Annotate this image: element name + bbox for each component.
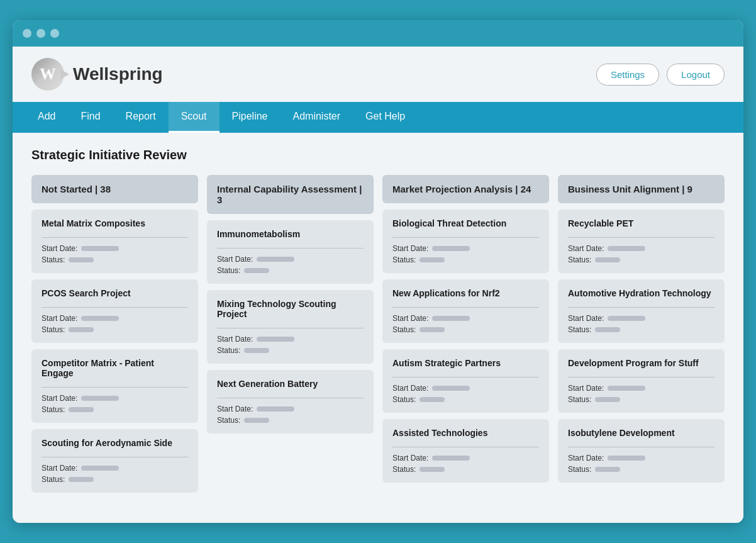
status-value [420, 327, 445, 332]
kanban-card[interactable]: PCOS Search Project Start Date: Status: [31, 279, 198, 343]
status-value [69, 257, 94, 262]
card-status: Status: [392, 325, 539, 334]
status-value [595, 327, 620, 332]
card-status: Status: [568, 465, 714, 474]
nav-item-pipeline[interactable]: Pipeline [220, 102, 281, 133]
column-header-internal-capability: Internal Capability Assessment | 3 [207, 175, 374, 214]
card-start-date: Start Date: [42, 314, 188, 323]
start-date-value [432, 456, 470, 461]
card-start-date: Start Date: [568, 244, 714, 253]
kanban-card[interactable]: Recyclable PET Start Date: Status: [558, 210, 725, 273]
kanban-card[interactable]: Biological Threat Detection Start Date: … [382, 210, 549, 273]
nav-item-add[interactable]: Add [25, 102, 68, 133]
start-date-value [257, 337, 294, 342]
card-divider [392, 447, 539, 447]
kanban-card[interactable]: Scouting for Aerodynamic Side Start Date… [31, 429, 198, 493]
kanban-board: Not Started | 38 Metal Matrix Composites… [31, 175, 725, 493]
card-status: Status: [392, 395, 539, 404]
titlebar-dot-2 [36, 29, 45, 38]
card-fields: Start Date: Status: [42, 464, 188, 484]
column-header-market-projection: Market Projection Analysis | 24 [382, 175, 549, 203]
card-divider [217, 398, 364, 398]
logout-button[interactable]: Logout [667, 64, 725, 86]
card-title: Immunometabolism [217, 229, 364, 239]
kanban-card[interactable]: Metal Matrix Composites Start Date: Stat… [31, 210, 198, 273]
card-fields: Start Date: Status: [568, 454, 714, 474]
card-status: Status: [42, 255, 188, 264]
kanban-card[interactable]: Autism Strategic Partners Start Date: St… [382, 349, 549, 413]
start-date-value [608, 456, 645, 461]
nav-item-scout[interactable]: Scout [169, 102, 220, 133]
card-start-date: Start Date: [42, 394, 188, 403]
nav-item-find[interactable]: Find [68, 102, 113, 133]
start-date-value [257, 406, 294, 411]
kanban-column-internal-capability: Internal Capability Assessment | 3 Immun… [207, 175, 374, 493]
card-status: Status: [217, 346, 364, 355]
card-fields: Start Date: Status: [568, 244, 714, 264]
titlebar-dot-1 [23, 29, 31, 38]
card-start-date: Start Date: [568, 314, 714, 323]
card-title: Competitor Matrix - Patient Engage [42, 358, 188, 378]
nav-bar: Add Find Report Scout Pipeline Administe… [13, 102, 743, 133]
card-fields: Start Date: Status: [392, 244, 539, 264]
kanban-card[interactable]: New Applications for Nrf2 Start Date: St… [382, 279, 549, 343]
header: W Wellspring Settings Logout [13, 47, 743, 102]
kanban-card[interactable]: Next Generation Battery Start Date: Stat… [207, 370, 374, 434]
kanban-card[interactable]: Development Program for Stuff Start Date… [558, 349, 725, 413]
start-date-value [81, 246, 119, 251]
status-value [69, 327, 94, 332]
kanban-card[interactable]: Isobutylene Development Start Date: Stat… [558, 419, 725, 483]
card-divider [217, 248, 364, 249]
card-fields: Start Date: Status: [568, 384, 714, 404]
card-status: Status: [42, 325, 188, 334]
card-status: Status: [42, 405, 188, 414]
status-value [595, 467, 620, 472]
card-divider [42, 307, 188, 308]
card-fields: Start Date: Status: [392, 454, 539, 474]
nav-item-get-help[interactable]: Get Help [353, 102, 418, 133]
card-status: Status: [392, 255, 539, 264]
card-status: Status: [217, 416, 364, 425]
start-date-value [81, 396, 119, 401]
card-status: Status: [568, 395, 714, 404]
settings-button[interactable]: Settings [596, 64, 659, 86]
start-date-value [81, 466, 119, 471]
start-date-value [432, 386, 470, 391]
card-divider [42, 387, 188, 388]
logo-icon: W [31, 58, 64, 91]
card-start-date: Start Date: [42, 244, 188, 253]
kanban-card[interactable]: Assisted Technologies Start Date: Status… [382, 419, 549, 483]
nav-item-administer[interactable]: Administer [280, 102, 353, 133]
status-value [595, 257, 620, 262]
card-fields: Start Date: Status: [217, 335, 364, 355]
card-title: Automotive Hydration Technology [568, 288, 714, 298]
status-value [244, 348, 269, 353]
kanban-card[interactable]: Mixing Technology Scouting Project Start… [207, 290, 374, 364]
card-fields: Start Date: Status: [392, 314, 539, 334]
card-divider [392, 377, 539, 378]
status-value [420, 467, 445, 472]
start-date-value [432, 316, 470, 321]
card-fields: Start Date: Status: [217, 405, 364, 425]
nav-item-report[interactable]: Report [113, 102, 169, 133]
kanban-card[interactable]: Immunometabolism Start Date: Status: [207, 220, 374, 284]
card-start-date: Start Date: [217, 405, 364, 413]
card-fields: Start Date: Status: [42, 314, 188, 334]
card-start-date: Start Date: [568, 384, 714, 393]
kanban-card[interactable]: Competitor Matrix - Patient Engage Start… [31, 349, 198, 423]
card-status: Status: [568, 325, 714, 334]
card-start-date: Start Date: [392, 454, 539, 462]
logo-area: W Wellspring [31, 58, 163, 91]
card-title: Next Generation Battery [217, 379, 364, 389]
card-title: Assisted Technologies [392, 428, 539, 438]
card-title: Metal Matrix Composites [42, 218, 188, 228]
card-divider [568, 447, 714, 447]
card-divider [217, 328, 364, 328]
card-fields: Start Date: Status: [392, 384, 539, 404]
card-fields: Start Date: Status: [42, 244, 188, 264]
status-value [420, 397, 445, 402]
kanban-card[interactable]: Automotive Hydration Technology Start Da… [558, 279, 725, 343]
card-divider [42, 457, 188, 457]
start-date-value [608, 386, 645, 391]
status-value [244, 418, 269, 423]
